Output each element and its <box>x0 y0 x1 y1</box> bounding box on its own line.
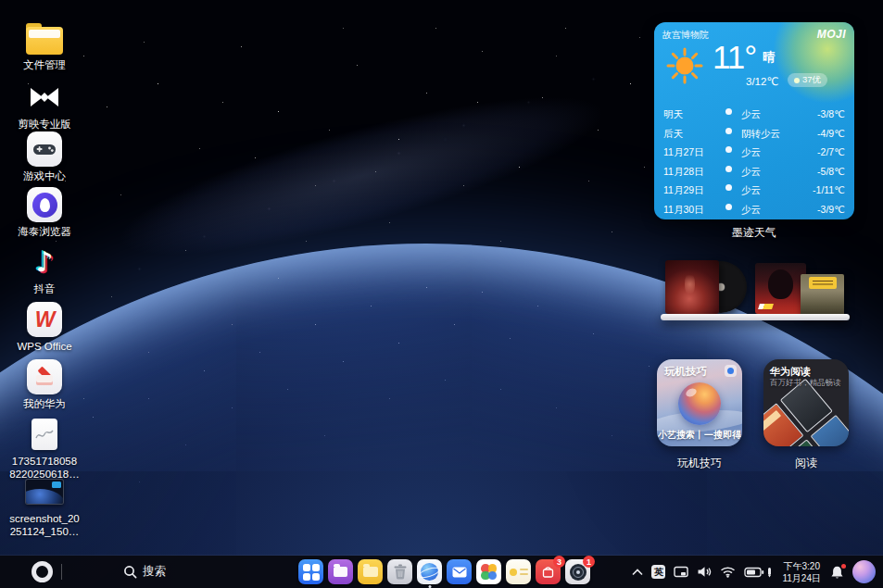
wps-logo-icon: W <box>27 302 62 337</box>
notifications-button[interactable] <box>830 565 844 580</box>
forecast-row: 明天 少云 -3/8℃ <box>654 105 854 124</box>
weather-app-label: 墨迹天气 <box>654 225 854 241</box>
browser-logo-icon <box>27 187 62 222</box>
yellow-label <box>809 277 837 289</box>
notification-badge: 1 <box>583 556 595 568</box>
document-icon <box>32 417 57 452</box>
stylus-icon <box>766 567 773 578</box>
folder-icon <box>26 20 63 56</box>
forecast-condition: 少云 <box>741 146 761 159</box>
desktop-icon-capcut[interactable]: 剪映专业版 <box>8 80 81 131</box>
forecast-row: 11月28日 少云 -5/8℃ <box>654 162 854 181</box>
desktop-icon-game-center[interactable]: 游戏中心 <box>8 131 81 183</box>
aqi-badge: 37优 <box>788 73 827 87</box>
system-tray: 英 下午3:20 11月24日 <box>632 556 876 588</box>
volume-icon[interactable] <box>697 566 712 578</box>
dock-browser-icon[interactable] <box>417 559 442 584</box>
tips-title: 玩机技巧 <box>664 365 707 379</box>
tips-corner-icon <box>725 365 737 377</box>
aqi-dot-icon <box>794 78 800 83</box>
desktop-icon-file-manager[interactable]: 文件管理 <box>8 20 81 72</box>
dock-recycle-bin-icon[interactable] <box>387 559 412 584</box>
dock-notes-icon[interactable] <box>506 559 531 584</box>
desktop-icon-douyin[interactable]: ♪ 抖音 <box>8 244 81 296</box>
reading-widget[interactable]: 华为阅读 百万好书，精品畅读 <box>763 359 849 446</box>
time-text: 下午3:20 <box>784 560 820 572</box>
huawei-box-icon <box>27 359 62 394</box>
forecast-row: 后天 阴转少云 -4/9℃ <box>654 124 854 144</box>
tips-caption: 小艺搜索丨一搜即得 <box>657 429 742 442</box>
earth-sparkles <box>0 0 1 1</box>
dock-gallery-icon[interactable] <box>476 559 501 584</box>
icon-label: screenshot_20 251124_150… <box>9 513 79 539</box>
forecast-temps: -5/8℃ <box>817 166 845 177</box>
album-cover-portrait <box>755 263 806 314</box>
forecast-day: 11月30日 <box>663 204 721 217</box>
tips-widget[interactable]: 玩机技巧 小艺搜索丨一搜即得 <box>657 359 742 446</box>
notification-badge: 3 <box>553 556 565 568</box>
dock-email-icon[interactable] <box>447 559 472 584</box>
weather-widget[interactable]: 故宫博物院 MOJI 11° 晴 3/12℃ 37优 明天 少云 -3/8℃ 后… <box>654 22 854 219</box>
taskbar: 搜索 3 1 英 <box>0 556 883 588</box>
date-text: 11月24日 <box>782 572 821 584</box>
current-condition: 晴 <box>763 49 775 66</box>
screenshot-thumbnail <box>25 474 64 509</box>
star-field-bright <box>0 0 1 1</box>
reading-subtitle: 百万好书，精品畅读 <box>770 378 841 389</box>
forecast-temps: -3/9℃ <box>817 204 845 215</box>
forecast-day: 11月29日 <box>663 184 721 197</box>
desktop-icon-screenshot[interactable]: screenshot_20 251124_150… <box>8 474 81 539</box>
forecast-temps: -3/8℃ <box>817 108 845 119</box>
reading-title: 华为阅读 <box>770 365 811 379</box>
search-icon <box>123 565 137 579</box>
icon-label: 海泰浏览器 <box>18 226 71 239</box>
wifi-icon[interactable] <box>720 566 736 578</box>
forecast-condition: 少云 <box>741 184 761 197</box>
forecast-row: 11月30日 少云 -3/9℃ <box>654 200 854 219</box>
icon-label: 剪映专业版 <box>18 119 71 131</box>
forecast-condition: 少云 <box>741 108 761 121</box>
battery-group[interactable] <box>744 567 773 578</box>
dock-emblem-app-icon[interactable]: 1 <box>565 559 590 584</box>
search-button[interactable]: 搜索 <box>123 556 166 588</box>
moji-logo: MOJI <box>817 28 846 41</box>
forecast-day: 11月27日 <box>663 146 721 159</box>
icon-label: WPS Office <box>17 341 71 354</box>
celia-sphere-icon <box>678 382 721 425</box>
clock[interactable]: 下午3:20 11月24日 <box>782 560 821 584</box>
assistant-sphere-button[interactable] <box>852 560 876 583</box>
search-label: 搜索 <box>143 564 166 580</box>
forecast-condition: 阴转少云 <box>741 128 780 141</box>
desktop-icon-my-huawei[interactable]: 我的华为 <box>8 359 81 411</box>
input-method-indicator[interactable]: 英 <box>651 565 665 579</box>
reading-app-label: 阅读 <box>763 456 849 471</box>
forecast-row: 11月29日 少云 -1/11℃ <box>654 181 854 200</box>
dock: 3 1 <box>298 559 590 584</box>
dock-file-manager-icon[interactable] <box>358 559 383 584</box>
aqi-value: 37优 <box>802 74 821 86</box>
taskbar-divider <box>61 564 62 580</box>
dock-window-manager-icon[interactable] <box>328 559 353 584</box>
icon-label: 抖音 <box>34 283 56 296</box>
dock-app-market-icon[interactable] <box>298 559 323 584</box>
desktop-icon-data-file[interactable]: 17351718058 8220250618… <box>8 417 81 482</box>
notification-dot <box>841 564 846 569</box>
icon-label: 我的华为 <box>23 398 66 411</box>
desktop-icon-haitai-browser[interactable]: 海泰浏览器 <box>8 187 81 239</box>
tips-app-label: 玩机技巧 <box>657 456 742 471</box>
current-temperature: 11° <box>713 41 756 73</box>
dock-app-gallery-icon[interactable]: 3 <box>536 559 561 584</box>
forecast-condition: 少云 <box>741 166 761 179</box>
star-field <box>0 0 1 1</box>
launcher-button[interactable] <box>32 561 53 582</box>
forecast-condition: 少云 <box>741 204 761 217</box>
tray-expand-chevron-icon[interactable] <box>632 569 643 576</box>
music-widget[interactable] <box>658 248 852 326</box>
desktop-icon-wps-office[interactable]: W WPS Office <box>8 302 81 354</box>
icon-label: 游戏中心 <box>23 170 66 183</box>
sun-icon <box>666 47 703 88</box>
screen-share-icon[interactable] <box>674 566 688 578</box>
desktop: 文件管理 剪映专业版 游戏中心 海泰浏览器 ♪ 抖音 W WPS Office … <box>0 0 883 588</box>
weather-location: 故宫博物院 <box>662 29 709 42</box>
forecast-day: 后天 <box>663 128 721 141</box>
